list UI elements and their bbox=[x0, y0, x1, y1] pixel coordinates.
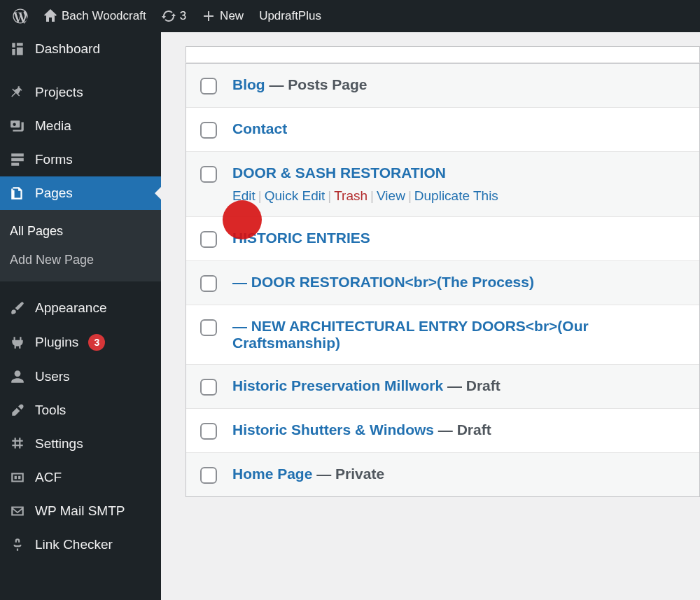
sidebar-item-appearance[interactable]: Appearance bbox=[0, 291, 161, 325]
submenu-all-pages[interactable]: All Pages bbox=[0, 217, 161, 246]
pages-icon bbox=[10, 186, 25, 201]
page-status-suffix: — Posts Page bbox=[265, 76, 368, 92]
select-row-checkbox[interactable] bbox=[200, 379, 217, 396]
sidebar-item-label: Plugins bbox=[35, 335, 78, 350]
sidebar-item-pages[interactable]: Pages bbox=[0, 176, 161, 210]
sidebar-item-link-checker[interactable]: Link Checker bbox=[0, 528, 161, 561]
sidebar-item-acf[interactable]: ACF bbox=[0, 461, 161, 494]
select-row-checkbox[interactable] bbox=[200, 122, 217, 139]
sidebar-item-dashboard[interactable]: Dashboard bbox=[0, 32, 161, 66]
plug-icon bbox=[10, 335, 25, 350]
main-content: Blog — Posts PageContactDOOR & SASH REST… bbox=[161, 32, 700, 600]
page-title-link[interactable]: — DOOR RESTORATION<br>(The Process) bbox=[232, 274, 534, 290]
pin-icon bbox=[10, 85, 25, 100]
media-icon bbox=[10, 118, 25, 134]
page-row: Home Page — Private bbox=[186, 453, 699, 496]
site-name-link[interactable]: Bach Woodcraft bbox=[38, 0, 152, 32]
page-title-link[interactable]: Historic Shutters & Windows bbox=[232, 421, 434, 438]
sidebar-item-label: Users bbox=[35, 369, 70, 384]
select-row-checkbox[interactable] bbox=[200, 319, 217, 336]
sidebar-item-plugins[interactable]: Plugins3 bbox=[0, 325, 161, 360]
page-row: Contact bbox=[186, 108, 699, 152]
select-row-checkbox[interactable] bbox=[200, 275, 217, 292]
settings-icon bbox=[10, 436, 25, 452]
dashboard-icon bbox=[10, 41, 25, 57]
sidebar-item-label: Media bbox=[35, 118, 71, 134]
sidebar-item-label: Forms bbox=[35, 152, 73, 167]
page-status-suffix: — Draft bbox=[443, 377, 500, 393]
edit-link[interactable]: Edit bbox=[232, 188, 255, 203]
updates-link[interactable]: 3 bbox=[156, 0, 192, 32]
sidebar-item-projects[interactable]: Projects bbox=[0, 76, 161, 109]
wordpress-icon bbox=[13, 8, 28, 24]
page-title-link[interactable]: Historic Preservation Millwork bbox=[232, 377, 443, 393]
page-row: HISTORIC ENTRIES bbox=[186, 217, 699, 261]
row-body: — NEW ARCHITECTURAL ENTRY DOORS<br>(Our … bbox=[232, 318, 685, 351]
page-row: Historic Shutters & Windows — Draft bbox=[186, 409, 699, 453]
duplicate-link[interactable]: Duplicate This bbox=[414, 188, 498, 203]
updates-count: 3 bbox=[180, 9, 186, 23]
sidebar-item-wp-mail-smtp[interactable]: WP Mail SMTP bbox=[0, 494, 161, 528]
page-title-link[interactable]: Blog bbox=[232, 76, 265, 92]
page-row: Historic Preservation Millwork — Draft bbox=[186, 365, 699, 409]
page-title-link[interactable]: Home Page bbox=[232, 466, 312, 482]
sidebar-item-users[interactable]: Users bbox=[0, 360, 161, 393]
page-status-suffix: — Private bbox=[312, 466, 384, 482]
row-body: — DOOR RESTORATION<br>(The Process) bbox=[232, 274, 685, 291]
plus-icon bbox=[202, 9, 216, 23]
page-title-link[interactable]: DOOR & SASH RESTORATION bbox=[232, 165, 446, 181]
select-row-checkbox[interactable] bbox=[200, 78, 217, 95]
sidebar-item-label: Appearance bbox=[35, 300, 106, 316]
update-badge: 3 bbox=[88, 334, 105, 351]
forms-icon bbox=[10, 152, 25, 167]
sidebar-item-settings[interactable]: Settings bbox=[0, 427, 161, 461]
sidebar-item-label: Projects bbox=[35, 85, 83, 100]
brush-icon bbox=[10, 300, 25, 316]
acf-icon bbox=[10, 470, 25, 485]
sidebar-item-label: Link Checker bbox=[35, 537, 113, 552]
sidebar-item-forms[interactable]: Forms bbox=[0, 143, 161, 176]
row-body: HISTORIC ENTRIES bbox=[232, 230, 685, 246]
sidebar-item-label: Settings bbox=[35, 436, 83, 452]
admin-bar: Bach Woodcraft 3 New UpdraftPlus bbox=[0, 0, 700, 32]
sidebar-item-label: WP Mail SMTP bbox=[35, 503, 125, 519]
select-row-checkbox[interactable] bbox=[200, 231, 217, 248]
wp-logo[interactable] bbox=[7, 0, 34, 32]
table-header-spacer bbox=[186, 46, 700, 63]
row-body: Blog — Posts Page bbox=[232, 76, 685, 93]
page-row: DOOR & SASH RESTORATIONEdit|Quick Edit|T… bbox=[186, 152, 699, 217]
updraftplus-link[interactable]: UpdraftPlus bbox=[253, 0, 327, 32]
row-body: DOOR & SASH RESTORATIONEdit|Quick Edit|T… bbox=[232, 165, 685, 204]
new-label: New bbox=[220, 9, 244, 23]
page-status-suffix: — Draft bbox=[434, 421, 491, 438]
select-row-checkbox[interactable] bbox=[200, 423, 217, 440]
sidebar-item-tools[interactable]: Tools bbox=[0, 393, 161, 427]
page-row: — NEW ARCHITECTURAL ENTRY DOORS<br>(Our … bbox=[186, 305, 699, 365]
sidebar-item-media[interactable]: Media bbox=[0, 109, 161, 143]
select-row-checkbox[interactable] bbox=[200, 166, 217, 183]
select-row-checkbox[interactable] bbox=[200, 467, 217, 484]
sidebar-item-label: Pages bbox=[35, 186, 73, 201]
sidebar-item-label: Tools bbox=[35, 403, 66, 418]
wrench-icon bbox=[10, 403, 25, 418]
page-row: — DOOR RESTORATION<br>(The Process) bbox=[186, 261, 699, 305]
submenu-add-new-page[interactable]: Add New Page bbox=[0, 246, 161, 274]
trash-link[interactable]: Trash bbox=[334, 188, 368, 203]
site-name: Bach Woodcraft bbox=[62, 9, 146, 23]
row-actions: Edit|Quick Edit|Trash|View|Duplicate Thi… bbox=[232, 188, 685, 204]
page-title-link[interactable]: HISTORIC ENTRIES bbox=[232, 230, 370, 246]
page-row: Blog — Posts Page bbox=[186, 64, 699, 108]
pages-submenu: All PagesAdd New Page bbox=[0, 210, 161, 281]
separator: | bbox=[325, 188, 334, 203]
pages-table: Blog — Posts PageContactDOOR & SASH REST… bbox=[186, 63, 700, 497]
sidebar-item-label: Dashboard bbox=[35, 41, 100, 57]
home-icon bbox=[43, 9, 57, 23]
page-title-link[interactable]: — NEW ARCHITECTURAL ENTRY DOORS<br>(Our … bbox=[232, 318, 589, 351]
page-title-link[interactable]: Contact bbox=[232, 120, 287, 137]
new-content-link[interactable]: New bbox=[196, 0, 249, 32]
row-body: Home Page — Private bbox=[232, 466, 685, 482]
row-body: Historic Preservation Millwork — Draft bbox=[232, 377, 685, 394]
view-link[interactable]: View bbox=[377, 188, 405, 203]
quick-edit-link[interactable]: Quick Edit bbox=[265, 188, 326, 203]
row-body: Historic Shutters & Windows — Draft bbox=[232, 421, 685, 438]
